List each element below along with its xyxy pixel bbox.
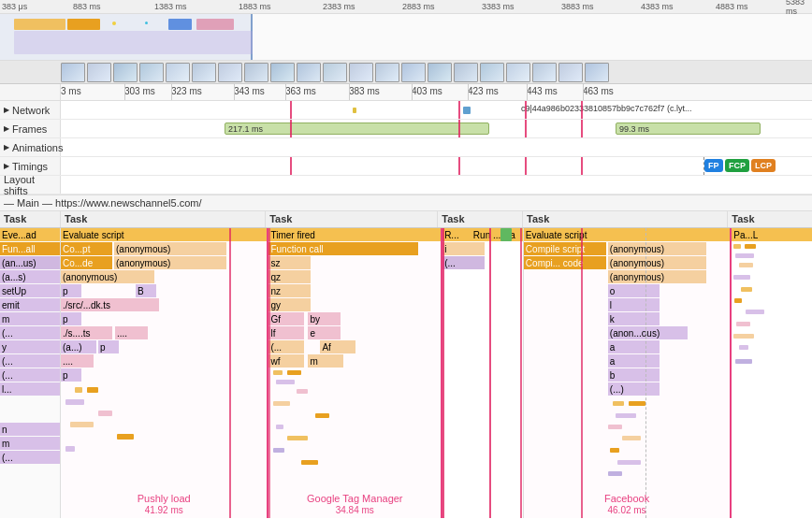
flame-an-us[interactable]: (an...us) — [0, 256, 60, 269]
network-label[interactable]: ▶ Network — [0, 101, 61, 119]
flame-paren3[interactable]: (... — [0, 368, 60, 382]
flame-e[interactable]: e — [308, 326, 341, 339]
frames-label[interactable]: ▶ Frames — [0, 120, 61, 137]
flame-lf[interactable]: lf — [268, 326, 304, 339]
screenshot-thumb[interactable] — [532, 63, 557, 82]
flame-emit[interactable]: emit — [0, 298, 60, 311]
flame-a-paren[interactable]: (a...) — [61, 340, 96, 353]
timings-marker-2 — [458, 157, 460, 175]
layout-shifts-content — [61, 176, 812, 194]
flame-anon1[interactable]: (anonymous) — [114, 242, 226, 255]
screenshot-thumb[interactable] — [61, 63, 85, 82]
timings-label[interactable]: ▶ Timings — [0, 157, 61, 175]
flame-b-fb[interactable]: b — [608, 368, 660, 382]
screenshot-thumb[interactable] — [323, 63, 347, 82]
flame-m[interactable]: m — [0, 312, 60, 325]
flame-a-fb1[interactable]: a — [608, 340, 660, 353]
screenshot-thumb[interactable] — [401, 63, 426, 82]
header-col-1: Task — [61, 211, 266, 227]
flame-qz[interactable]: qz — [268, 270, 311, 283]
screenshot-thumb[interactable] — [192, 63, 216, 82]
flame-evaluate-script[interactable]: Evaluate script — [61, 228, 267, 241]
minimap-area[interactable] — [0, 14, 812, 61]
flame-fun-all[interactable]: Fun...all — [0, 242, 60, 255]
flame-wf[interactable]: wf — [268, 354, 304, 368]
flame-anon3[interactable]: (anonymous) — [61, 270, 154, 283]
flame-paren2[interactable]: (... — [0, 354, 60, 368]
screenshot-thumb[interactable] — [428, 63, 452, 82]
flame-dots2[interactable]: .... — [61, 354, 94, 368]
flame-run-ska[interactable]: Run ...ska — [471, 228, 523, 241]
flame-timer-fired[interactable]: Timer fired — [268, 228, 441, 241]
flame-l[interactable]: l... — [0, 382, 60, 396]
flame-a-fb2[interactable]: a — [608, 354, 660, 368]
flame-paren1[interactable]: (... — [0, 326, 60, 339]
flame-src-dk[interactable]: ./src/...dk.ts — [61, 298, 159, 311]
flame-anon-ous[interactable]: (anon...ous) — [608, 326, 688, 339]
flame-n[interactable]: n — [0, 423, 60, 436]
screenshot-thumb[interactable] — [585, 63, 609, 82]
main-section-label: — Main — https://www.newschannel5.com/ — [0, 195, 812, 211]
flame-paren-timer[interactable]: (... — [268, 340, 304, 353]
pushly-time: 41.92 ms — [61, 505, 267, 515]
screenshot-thumb[interactable] — [166, 63, 190, 82]
screenshot-thumb[interactable] — [506, 63, 530, 82]
screenshot-thumb[interactable] — [270, 63, 295, 82]
flame-anon-fb3[interactable]: (anonymous) — [608, 270, 706, 283]
animations-label[interactable]: ▶ Animations — [0, 138, 61, 156]
flame-anon2[interactable]: (anonymous) — [114, 256, 226, 269]
flame-nz[interactable]: nz — [268, 284, 311, 297]
time-tick-343ms: 343 ms — [234, 86, 265, 96]
flame-anon-fb1[interactable]: (anonymous) — [608, 242, 706, 255]
flame-paren-run[interactable]: (... — [442, 256, 485, 269]
screenshot-thumb[interactable] — [558, 63, 583, 82]
flame-p1[interactable]: p — [61, 284, 81, 297]
screenshot-thumb[interactable] — [480, 63, 504, 82]
flame-code[interactable]: Co...de — [61, 256, 112, 269]
flame-compi-code[interactable]: Compi... code — [524, 256, 606, 269]
flame-compile-script[interactable]: Compile script — [524, 242, 606, 255]
flame-anon-fb2[interactable]: (anonymous) — [608, 256, 706, 269]
flame-setup[interactable]: setUp — [0, 284, 60, 297]
flame-i[interactable]: i — [442, 242, 485, 255]
flame-Gf[interactable]: Gf — [268, 312, 304, 325]
flame-by[interactable]: by — [308, 312, 341, 325]
flame-sz[interactable]: sz — [268, 256, 311, 269]
flame-s-ts[interactable]: ./s....ts — [61, 326, 112, 339]
tick-line-1 — [124, 84, 125, 100]
flame-k[interactable]: k — [608, 312, 660, 325]
fp-badge: FP — [704, 159, 723, 172]
flame-Af[interactable]: Af — [320, 340, 355, 353]
screenshot-thumb[interactable] — [113, 63, 138, 82]
flame-eval-fb[interactable]: Evaluate script — [524, 228, 730, 241]
tick-line-8 — [527, 84, 528, 100]
screenshot-thumb[interactable] — [297, 63, 321, 82]
flame-l-fb[interactable]: l — [608, 298, 660, 311]
flame-eve-ad[interactable]: Eve...ad — [0, 228, 60, 241]
flame-gy[interactable]: gy — [268, 298, 311, 311]
flame-a-s[interactable]: (a...s) — [0, 270, 60, 283]
flame-p4[interactable]: p — [61, 368, 81, 382]
flame-function-call[interactable]: Function call — [268, 242, 418, 255]
screenshot-thumb[interactable] — [375, 63, 399, 82]
screenshot-thumb[interactable] — [139, 63, 164, 82]
flame-o[interactable]: o — [608, 284, 660, 297]
screenshot-thumb[interactable] — [87, 63, 111, 82]
flame-paren-fb[interactable]: (...) — [608, 382, 660, 396]
screenshot-thumb[interactable] — [218, 63, 242, 82]
flame-pal[interactable]: Pa...L — [732, 228, 812, 241]
flame-paren4[interactable]: (... — [0, 451, 60, 464]
layout-shifts-label[interactable]: Layout shifts — [0, 176, 61, 194]
flame-m2[interactable]: m — [0, 437, 60, 450]
screenshot-thumb[interactable] — [244, 63, 268, 82]
flame-m-timer[interactable]: m — [308, 354, 343, 368]
flame-B[interactable]: B — [136, 284, 156, 297]
flame-copt[interactable]: Co...pt — [61, 242, 112, 255]
timings-row: ▶ Timings FP FCP LCP — [0, 157, 812, 176]
flame-p3[interactable]: p — [98, 340, 119, 353]
flame-dots1[interactable]: .... — [115, 326, 148, 339]
screenshot-thumb[interactable] — [349, 63, 373, 82]
screenshot-thumb[interactable] — [454, 63, 478, 82]
flame-p2[interactable]: p — [61, 312, 81, 325]
flame-y[interactable]: y — [0, 340, 60, 353]
